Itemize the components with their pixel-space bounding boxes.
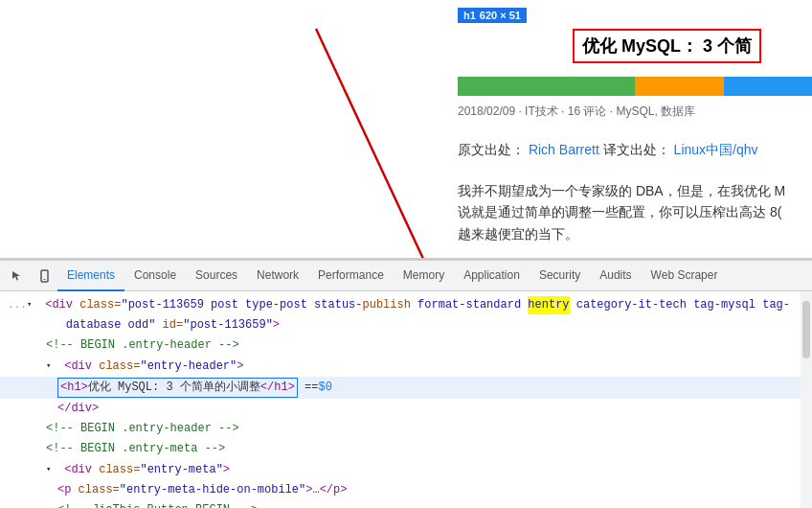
devtools-panel: Elements Console Sources Network Perform… bbox=[0, 259, 812, 508]
code-line-1: ... ▾ <div class="post-113659 post type-… bbox=[0, 295, 812, 315]
toggle-entry-header[interactable]: ▾ bbox=[46, 359, 57, 373]
svg-rect-2 bbox=[44, 279, 46, 280]
h1-badge: h1 620 × 51 bbox=[458, 8, 527, 23]
tooltip-title-text: 优化 MySQL： 3 个简 bbox=[582, 36, 752, 56]
colored-bars bbox=[458, 77, 812, 96]
content-line1: 我并不期望成为一个专家级的 DBA，但是，在我优化 M bbox=[458, 180, 812, 201]
hentry-highlight: hentry bbox=[528, 296, 569, 314]
badge-label: h1 bbox=[463, 10, 476, 21]
title-tooltip: 优化 MySQL： 3 个简 bbox=[573, 29, 761, 63]
content-line3: 越来越便宜的当下。 bbox=[458, 223, 812, 244]
tab-memory[interactable]: Memory bbox=[394, 261, 454, 291]
badge-dims: 620 × 51 bbox=[480, 10, 521, 21]
tab-sources[interactable]: Sources bbox=[186, 261, 247, 291]
vertical-scrollbar[interactable] bbox=[801, 291, 812, 508]
bar-blue bbox=[724, 77, 813, 96]
code-area: ... ▾ <div class="post-113659 post type-… bbox=[0, 291, 812, 508]
tab-elements[interactable]: Elements bbox=[57, 261, 124, 291]
source-mid: 译文出处： bbox=[603, 142, 670, 157]
code-line-1b: database odd" id="post-113659"> bbox=[0, 315, 812, 335]
article-content: 我并不期望成为一个专家级的 DBA，但是，在我优化 M 说就是通过简单的调整一些… bbox=[458, 180, 812, 244]
inspect-icon-btn[interactable] bbox=[4, 263, 31, 289]
code-line-10: <!-- JiaThis Button BEGIN --> bbox=[0, 500, 812, 508]
red-arrow bbox=[306, 19, 479, 259]
code-line-9: <p class="entry-meta-hide-on-mobile"> … … bbox=[0, 480, 812, 500]
tab-network[interactable]: Network bbox=[247, 261, 308, 291]
tab-web-scraper[interactable]: Web Scraper bbox=[642, 261, 728, 291]
svg-line-0 bbox=[316, 29, 450, 259]
code-line-2: <!-- BEGIN .entry-header --> bbox=[0, 335, 812, 356]
dollar-zero: $0 bbox=[318, 379, 331, 397]
article-meta-text: 2018/02/09 · IT技术 · 16 评论 · MySQL, 数据库 bbox=[458, 104, 695, 118]
scrollbar-thumb[interactable] bbox=[802, 301, 810, 358]
device-toggle-btn[interactable] bbox=[31, 263, 57, 289]
code-line-6: <!-- BEGIN .entry-header --> bbox=[0, 419, 812, 439]
code-line-5: </div> bbox=[0, 399, 812, 419]
tab-security[interactable]: Security bbox=[530, 261, 590, 291]
svg-rect-1 bbox=[41, 270, 48, 282]
code-line-3: ▾ <div class="entry-header"> bbox=[0, 357, 812, 377]
source-link1[interactable]: Rich Barrett bbox=[529, 142, 599, 157]
toggle-div1[interactable]: ▾ bbox=[27, 298, 38, 312]
bar-green bbox=[458, 77, 635, 96]
article-source: 原文出处： Rich Barrett 译文出处： Linux中国/qhv bbox=[458, 142, 758, 159]
tab-application[interactable]: Application bbox=[454, 261, 530, 291]
article-meta: 2018/02/09 · IT技术 · 16 评论 · MySQL, 数据库 bbox=[458, 104, 695, 120]
content-line2: 说就是通过简单的调整一些配置，你可以压榨出高达 8( bbox=[458, 201, 812, 222]
source-link2[interactable]: Linux中国/qhv bbox=[674, 142, 758, 157]
three-dots: ... bbox=[8, 297, 27, 314]
source-prefix: 原文出处： bbox=[458, 142, 525, 157]
devtools-tabs: Elements Console Sources Network Perform… bbox=[0, 261, 812, 291]
code-line-4: <h1>优化 MySQL: 3 个简单的小调整</h1> == $0 bbox=[0, 377, 812, 399]
h1-element[interactable]: <h1>优化 MySQL: 3 个简单的小调整</h1> bbox=[57, 378, 298, 398]
bar-orange bbox=[635, 77, 724, 96]
tab-console[interactable]: Console bbox=[124, 261, 186, 291]
tab-audits[interactable]: Audits bbox=[590, 261, 641, 291]
webpage-preview: h1 620 × 51 优化 MySQL： 3 个简 2018/02/09 · … bbox=[0, 0, 812, 259]
tab-performance[interactable]: Performance bbox=[308, 261, 394, 291]
toggle-entry-meta[interactable]: ▾ bbox=[46, 463, 57, 476]
code-line-8: ▾ <div class="entry-meta"> bbox=[0, 460, 812, 480]
code-line-7: <!-- BEGIN .entry-meta --> bbox=[0, 439, 812, 459]
